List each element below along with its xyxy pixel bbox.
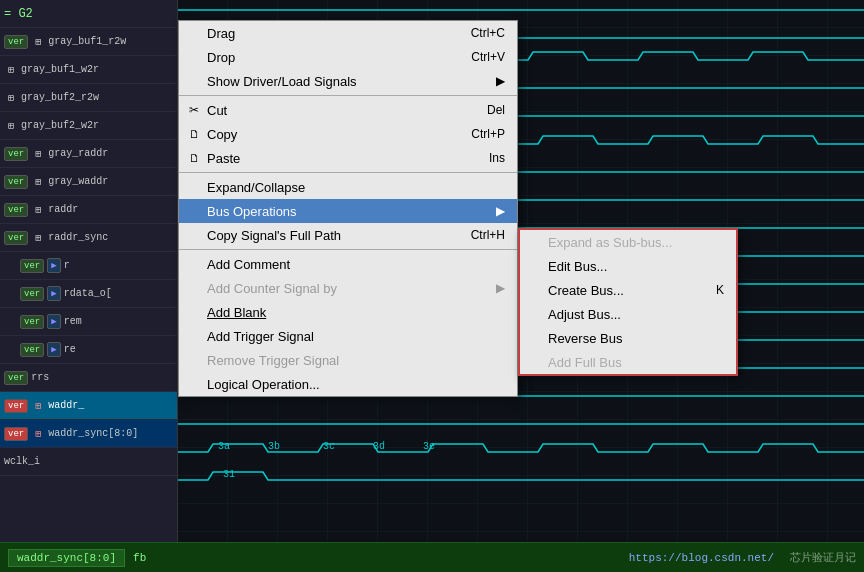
signal-icon-6: ⊞ bbox=[31, 175, 45, 189]
signal-row-15-highlighted[interactable]: ver ⊞ waddr_sync[8:0] bbox=[0, 420, 177, 448]
signal-row-1[interactable]: ver ⊞ gray_buf1_r2w bbox=[0, 28, 177, 56]
cut-shortcut: Del bbox=[487, 103, 505, 117]
copy-shortcut: Ctrl+P bbox=[471, 127, 505, 141]
menu-item-paste[interactable]: 🗋 Paste Ins bbox=[179, 146, 517, 170]
menu-item-copy[interactable]: 🗋 Copy Ctrl+P bbox=[179, 122, 517, 146]
signal-label: gray_buf1_r2w bbox=[48, 36, 126, 47]
signal-label: r bbox=[64, 260, 70, 271]
submenu-reverse-bus[interactable]: Reverse Bus bbox=[520, 326, 736, 350]
submenu-add-full-bus[interactable]: Add Full Bus bbox=[520, 350, 736, 374]
signal-label: wclk_i bbox=[4, 456, 40, 467]
signal-icon-8: ⊞ bbox=[31, 231, 45, 245]
add-counter-arrow: ▶ bbox=[496, 281, 505, 295]
signal-label: gray_buf2_r2w bbox=[21, 92, 99, 103]
copy-path-shortcut: Ctrl+H bbox=[471, 228, 505, 242]
signal-row-g2: = G2 bbox=[0, 0, 177, 28]
menu-item-add-trigger[interactable]: Add Trigger Signal bbox=[179, 324, 517, 348]
signal-label: gray_buf1_w2r bbox=[21, 64, 99, 75]
paste-shortcut: Ins bbox=[489, 151, 505, 165]
signal-row-12[interactable]: ver ▶ re bbox=[0, 336, 177, 364]
menu-item-cut[interactable]: ✂ Cut Del bbox=[179, 98, 517, 122]
drag-label: Drag bbox=[207, 26, 235, 41]
badge-blue-12: ▶ bbox=[47, 342, 60, 357]
badge-ver-14: ver bbox=[4, 399, 28, 413]
menu-item-remove-trigger[interactable]: Remove Trigger Signal bbox=[179, 348, 517, 372]
signal-label: waddr_sync[8:0] bbox=[48, 428, 138, 439]
svg-text:3d: 3d bbox=[373, 441, 385, 452]
remove-trigger-label: Remove Trigger Signal bbox=[207, 353, 339, 368]
menu-item-add-counter[interactable]: Add Counter Signal by ▶ bbox=[179, 276, 517, 300]
signal-label: rem bbox=[64, 316, 82, 327]
submenu-expand-sub[interactable]: Expand as Sub-bus... bbox=[520, 230, 736, 254]
add-comment-label: Add Comment bbox=[207, 257, 290, 272]
add-trigger-label: Add Trigger Signal bbox=[207, 329, 314, 344]
logical-label: Logical Operation... bbox=[207, 377, 320, 392]
menu-item-add-blank[interactable]: Add Blank bbox=[179, 300, 517, 324]
bus-ops-submenu[interactable]: Expand as Sub-bus... Edit Bus... Create … bbox=[518, 228, 738, 376]
badge-ver: ver bbox=[4, 35, 28, 49]
edit-bus-label: Edit Bus... bbox=[548, 259, 607, 274]
bus-ops-label: Bus Operations bbox=[207, 204, 297, 219]
adjust-bus-label: Adjust Bus... bbox=[548, 307, 621, 322]
separator-1 bbox=[179, 95, 517, 96]
bottom-bar: waddr_sync[8:0] fb https://blog.csdn.net… bbox=[0, 542, 864, 572]
signal-label: waddr_ bbox=[48, 400, 84, 411]
signal-label-g2: = G2 bbox=[4, 7, 33, 21]
signal-row-2[interactable]: ⊞ gray_buf1_w2r bbox=[0, 56, 177, 84]
signal-icon-14: ⊞ bbox=[31, 399, 45, 413]
signal-icon-1: ⊞ bbox=[31, 35, 45, 49]
svg-text:3c: 3c bbox=[323, 441, 335, 452]
signal-row-6[interactable]: ver ⊞ gray_waddr bbox=[0, 168, 177, 196]
signal-label: gray_buf2_w2r bbox=[21, 120, 99, 131]
signal-label: gray_waddr bbox=[48, 176, 108, 187]
menu-item-logical[interactable]: Logical Operation... bbox=[179, 372, 517, 396]
signal-row-3[interactable]: ⊞ gray_buf2_r2w bbox=[0, 84, 177, 112]
submenu-create-bus[interactable]: Create Bus... K bbox=[520, 278, 736, 302]
paste-label: Paste bbox=[207, 151, 240, 166]
menu-item-expand[interactable]: Expand/Collapse bbox=[179, 175, 517, 199]
svg-text:31: 31 bbox=[223, 469, 235, 480]
menu-item-add-comment[interactable]: Add Comment bbox=[179, 252, 517, 276]
menu-item-copy-path[interactable]: Copy Signal's Full Path Ctrl+H bbox=[179, 223, 517, 247]
signal-row-9[interactable]: ver ▶ r bbox=[0, 252, 177, 280]
menu-item-bus-ops[interactable]: Bus Operations ▶ bbox=[179, 199, 517, 223]
bottom-signal-label: waddr_sync[8:0] bbox=[8, 549, 125, 567]
badge-blue-10: ▶ bbox=[47, 286, 60, 301]
signal-label: gray_raddr bbox=[48, 148, 108, 159]
signal-row-14-active[interactable]: ver ⊞ waddr_ bbox=[0, 392, 177, 420]
badge-ver-12: ver bbox=[20, 343, 44, 357]
watermark-text: 芯片验证月记 bbox=[790, 550, 856, 565]
signal-row-13[interactable]: ver rrs bbox=[0, 364, 177, 392]
signal-label: raddr_sync bbox=[48, 232, 108, 243]
badge-ver-7: ver bbox=[4, 203, 28, 217]
signal-icon-5: ⊞ bbox=[31, 147, 45, 161]
signal-row-7[interactable]: ver ⊞ raddr bbox=[0, 196, 177, 224]
signal-icon-7: ⊞ bbox=[31, 203, 45, 217]
signal-row-11[interactable]: ver ▶ rem bbox=[0, 308, 177, 336]
svg-text:3a: 3a bbox=[218, 441, 230, 452]
submenu-edit-bus[interactable]: Edit Bus... bbox=[520, 254, 736, 278]
signal-label: rrs bbox=[31, 372, 49, 383]
signal-icon-15: ⊞ bbox=[31, 427, 45, 441]
submenu-adjust-bus[interactable]: Adjust Bus... bbox=[520, 302, 736, 326]
signal-row-16[interactable]: wclk_i bbox=[0, 448, 177, 476]
menu-item-drop[interactable]: Drop Ctrl+V bbox=[179, 45, 517, 69]
separator-2 bbox=[179, 172, 517, 173]
add-blank-label: Add Blank bbox=[207, 305, 266, 320]
cut-label: Cut bbox=[207, 103, 227, 118]
signal-row-10[interactable]: ver ▶ rdata_o[ bbox=[0, 280, 177, 308]
signal-row-5[interactable]: ver ⊞ gray_raddr bbox=[0, 140, 177, 168]
signal-icon-2: ⊞ bbox=[4, 63, 18, 77]
badge-blue-9: ▶ bbox=[47, 258, 60, 273]
menu-item-show-driver[interactable]: Show Driver/Load Signals ▶ bbox=[179, 69, 517, 93]
copy-icon: 🗋 bbox=[185, 125, 203, 143]
menu-item-drag[interactable]: Drag Ctrl+C bbox=[179, 21, 517, 45]
context-menu[interactable]: Drag Ctrl+C Drop Ctrl+V Show Driver/Load… bbox=[178, 20, 518, 397]
cut-icon: ✂ bbox=[185, 101, 203, 119]
signal-row-4[interactable]: ⊞ gray_buf2_w2r bbox=[0, 112, 177, 140]
badge-ver-15: ver bbox=[4, 427, 28, 441]
badge-ver-9: ver bbox=[20, 259, 44, 273]
copy-path-label: Copy Signal's Full Path bbox=[207, 228, 341, 243]
badge-ver-11: ver bbox=[20, 315, 44, 329]
signal-row-8[interactable]: ver ⊞ raddr_sync bbox=[0, 224, 177, 252]
